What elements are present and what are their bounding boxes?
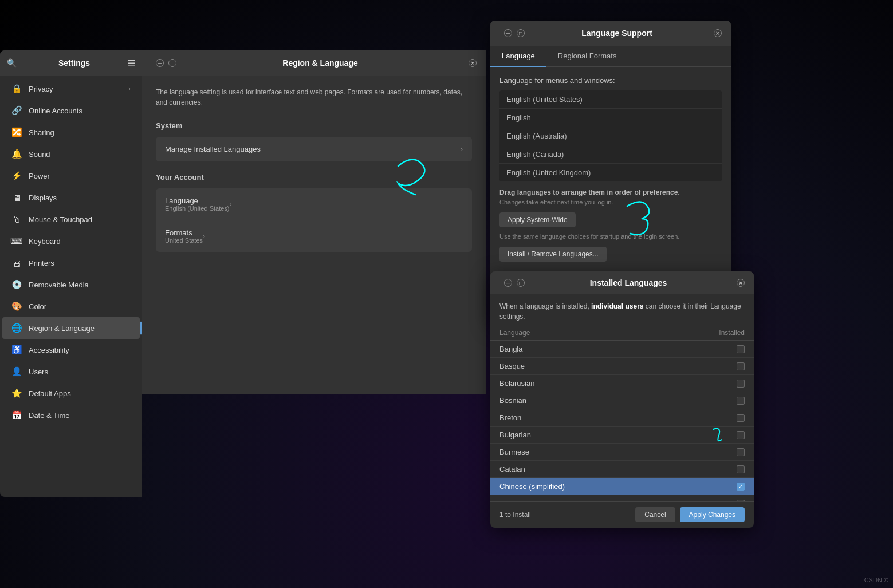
settings-window: 🔍 Settings ☰ 🔒 Privacy › 🔗 Online Accoun… bbox=[0, 50, 142, 497]
lang-support-maximize[interactable]: □ bbox=[517, 29, 525, 37]
install-checkbox[interactable] bbox=[737, 380, 745, 388]
sharing-icon: 🔀 bbox=[11, 127, 22, 137]
language-item[interactable]: Language English (United States) › bbox=[156, 188, 472, 220]
sidebar-item-label: Online Accounts bbox=[29, 106, 131, 115]
sidebar-item-sound[interactable]: 🔔 Sound bbox=[2, 143, 140, 165]
sidebar-item-label: Keyboard bbox=[29, 237, 131, 246]
date-time-icon: 📅 bbox=[11, 410, 22, 420]
sidebar-item-sharing[interactable]: 🔀 Sharing bbox=[2, 121, 140, 143]
sidebar-item-label: Printers bbox=[29, 259, 131, 267]
tab-language[interactable]: Language bbox=[490, 46, 546, 67]
lang-item-english-au: English (Australia) bbox=[499, 127, 722, 145]
lang-row-chinese-simplified[interactable]: Chinese (simplified) ✓ bbox=[490, 478, 754, 495]
region-language-panel: ─ □ Region & Language ✕ The language set… bbox=[142, 50, 486, 394]
apply-system-wide-button[interactable]: Apply System-Wide bbox=[499, 212, 576, 227]
lang-name: Basque bbox=[499, 362, 525, 370]
sidebar-item-removable-media[interactable]: 💿 Removable Media bbox=[2, 274, 140, 295]
system-settings-row: Manage Installed Languages › bbox=[156, 137, 472, 161]
install-remove-button[interactable]: Install / Remove Languages... bbox=[499, 247, 607, 262]
formats-sublabel: United States bbox=[165, 237, 203, 244]
sidebar-item-label: Power bbox=[29, 172, 131, 180]
install-checkbox[interactable] bbox=[737, 500, 745, 502]
lang-row-bosnian[interactable]: Bosnian bbox=[490, 392, 754, 409]
manage-installed-languages-item[interactable]: Manage Installed Languages › bbox=[156, 137, 472, 161]
sidebar-item-date-time[interactable]: 📅 Date & Time bbox=[2, 404, 140, 426]
sidebar-item-label: Sharing bbox=[29, 128, 131, 137]
install-checkbox[interactable] bbox=[737, 448, 745, 456]
lang-support-close[interactable]: ✕ bbox=[714, 29, 722, 37]
sidebar-item-label: Removable Media bbox=[29, 281, 131, 289]
lang-row-basque[interactable]: Basque bbox=[490, 358, 754, 375]
language-list: English (United States) English English … bbox=[499, 90, 722, 181]
your-account-heading: Your Account bbox=[156, 173, 472, 181]
installed-lang-title: Installed Languages bbox=[525, 278, 732, 287]
lang-row-catalan[interactable]: Catalan bbox=[490, 461, 754, 478]
sound-icon: 🔔 bbox=[11, 149, 22, 159]
close-button[interactable]: ✕ bbox=[469, 59, 477, 67]
install-checkbox[interactable] bbox=[737, 362, 745, 370]
drag-hint: Drag languages to arrange them in order … bbox=[499, 188, 722, 196]
users-icon: 👤 bbox=[11, 366, 22, 377]
online-accounts-icon: 🔗 bbox=[11, 105, 22, 116]
formats-item-labels: Formats United States bbox=[165, 228, 203, 244]
sidebar-item-default-apps[interactable]: ⭐ Default Apps bbox=[2, 382, 140, 404]
region-panel-title: Region & Language bbox=[176, 58, 464, 68]
sidebar-item-accessibility[interactable]: ♿ Accessibility bbox=[2, 339, 140, 361]
install-checkbox[interactable] bbox=[737, 345, 745, 353]
install-checkbox[interactable] bbox=[737, 397, 745, 405]
language-label: Language bbox=[165, 196, 230, 205]
installed-lang-titlebar: ─ □ Installed Languages ✕ bbox=[490, 271, 754, 294]
inst-close[interactable]: ✕ bbox=[737, 279, 745, 287]
cancel-button[interactable]: Cancel bbox=[635, 507, 675, 522]
inst-maximize[interactable]: □ bbox=[517, 279, 525, 287]
mouse-icon: 🖱 bbox=[11, 214, 22, 224]
search-icon[interactable]: 🔍 bbox=[7, 58, 17, 68]
install-checkbox[interactable] bbox=[737, 414, 745, 422]
sidebar-item-label: Displays bbox=[29, 194, 131, 202]
install-checkbox[interactable] bbox=[737, 465, 745, 473]
installed-lang-list: Bangla Basque Belarusian Bosnian Breton … bbox=[490, 341, 754, 501]
formats-label: Formats bbox=[165, 228, 203, 237]
lang-row-burmese[interactable]: Burmese bbox=[490, 444, 754, 461]
language-chevron-icon: › bbox=[230, 200, 232, 208]
lang-support-content: Language for menus and windows: English … bbox=[490, 67, 731, 295]
sidebar-item-online-accounts[interactable]: 🔗 Online Accounts bbox=[2, 100, 140, 121]
sidebar-item-power[interactable]: ⚡ Power bbox=[2, 165, 140, 187]
inst-minimize[interactable]: ─ bbox=[504, 279, 512, 287]
install-checkbox[interactable]: ✓ bbox=[737, 483, 745, 491]
account-settings-row: Language English (United States) › Forma… bbox=[156, 188, 472, 252]
menu-icon[interactable]: ☰ bbox=[127, 58, 135, 69]
lang-row-belarusian[interactable]: Belarusian bbox=[490, 375, 754, 392]
lang-row-bulgarian[interactable]: Bulgarian bbox=[490, 427, 754, 444]
lang-row-chinese-traditional[interactable]: Chinese (traditional) bbox=[490, 495, 754, 501]
install-checkbox[interactable] bbox=[737, 431, 745, 439]
apply-changes-button[interactable]: Apply Changes bbox=[680, 507, 745, 522]
sidebar-item-region-language[interactable]: 🌐 Region & Language bbox=[2, 317, 140, 339]
lang-support-tabs: Language Regional Formats bbox=[490, 46, 731, 67]
maximize-button[interactable]: □ bbox=[168, 59, 176, 67]
col-language-header: Language bbox=[499, 329, 530, 337]
sidebar-item-color[interactable]: 🎨 Color bbox=[2, 295, 140, 317]
formats-item[interactable]: Formats United States › bbox=[156, 220, 472, 252]
lang-item-english-ca: English (Canada) bbox=[499, 145, 722, 164]
sidebar-item-displays[interactable]: 🖥 Displays bbox=[2, 187, 140, 208]
lang-name: Bulgarian bbox=[499, 431, 531, 439]
region-titlebar: ─ □ Region & Language ✕ bbox=[142, 50, 486, 76]
lang-row-breton[interactable]: Breton bbox=[490, 409, 754, 427]
sidebar-item-label: Date & Time bbox=[29, 411, 131, 420]
system-heading: System bbox=[156, 121, 472, 130]
tab-regional-formats[interactable]: Regional Formats bbox=[546, 46, 628, 67]
installed-lang-desc: When a language is installed, individual… bbox=[490, 294, 754, 326]
sidebar-item-label: Region & Language bbox=[29, 324, 131, 333]
lang-row-bangla[interactable]: Bangla bbox=[490, 341, 754, 358]
sidebar-item-users[interactable]: 👤 Users bbox=[2, 361, 140, 382]
sidebar-item-label: Accessibility bbox=[29, 346, 131, 354]
sidebar-item-privacy[interactable]: 🔒 Privacy › bbox=[2, 78, 140, 100]
sidebar-item-printers[interactable]: 🖨 Printers bbox=[2, 252, 140, 274]
sidebar-item-keyboard[interactable]: ⌨ Keyboard bbox=[2, 230, 140, 252]
sidebar-item-mouse[interactable]: 🖱 Mouse & Touchpad bbox=[2, 208, 140, 230]
install-count: 1 to Install bbox=[499, 511, 531, 519]
minimize-button[interactable]: ─ bbox=[156, 59, 164, 67]
privacy-icon: 🔒 bbox=[11, 84, 22, 94]
lang-support-minimize[interactable]: ─ bbox=[504, 29, 512, 37]
